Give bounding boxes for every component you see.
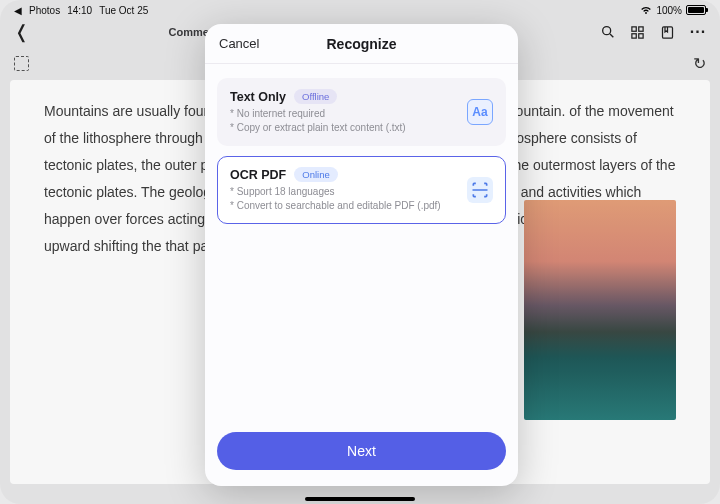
modal-title: Recognize (326, 36, 396, 52)
option-ocr-pdf[interactable]: OCR PDF Online * Support 18 languages * … (217, 156, 506, 224)
option-bullet: * Support 18 languages (230, 185, 449, 199)
cancel-button[interactable]: Cancel (219, 36, 259, 51)
next-button[interactable]: Next (217, 432, 506, 470)
scan-icon (467, 177, 493, 203)
text-aa-icon: Aa (467, 99, 493, 125)
option-title: OCR PDF (230, 168, 286, 182)
home-indicator[interactable] (305, 497, 415, 501)
online-badge: Online (294, 167, 337, 182)
recognize-modal: Cancel Recognize Text Only Offline * No … (205, 24, 518, 486)
modal-header: Cancel Recognize (205, 24, 518, 64)
offline-badge: Offline (294, 89, 337, 104)
option-bullet: * No internet required (230, 107, 449, 121)
option-title: Text Only (230, 90, 286, 104)
option-bullet: * Convert to searchable and editable PDF… (230, 199, 449, 213)
option-text-only[interactable]: Text Only Offline * No internet required… (217, 78, 506, 146)
option-bullet: * Copy or extract plain text content (.t… (230, 121, 449, 135)
